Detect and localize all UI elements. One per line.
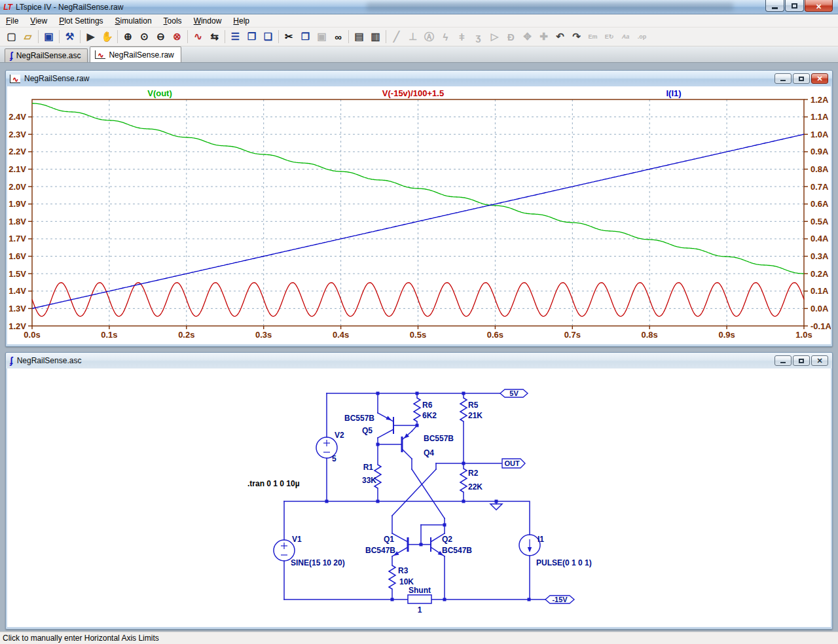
schematic-restore-button[interactable] <box>793 355 810 366</box>
control-panel-icon[interactable]: ⚒ <box>62 29 78 45</box>
run-simulation-icon[interactable]: ▶ <box>82 29 99 45</box>
new-schematic-icon[interactable]: ▢ <box>3 29 20 45</box>
spice-directive-text[interactable]: .tran 0 1 0 10µ <box>247 479 300 488</box>
waveform-close-button[interactable] <box>811 73 828 84</box>
schematic-canvas[interactable]: 5VOUT-15VV25BC557BQ5BC557BQ4R133KR66K2R5… <box>7 368 831 627</box>
component-label[interactable]: V1 <box>292 535 302 544</box>
toolbar: ▢▱▣⚒▶✋⊕⊙⊖⊗∿⇆☰❐❑✂❒▣∞▤▥╱⊥Ⓐϟǂʒ▷Ð✥✚↶↷EmE↻Aa.… <box>0 27 838 46</box>
waveform-window-titlebar[interactable]: ∿ NegRailSense.raw <box>6 71 832 86</box>
svg-text:0.4s: 0.4s <box>333 330 349 340</box>
waveform-restore-button[interactable] <box>793 73 810 84</box>
shunt-resistor-symbol[interactable] <box>408 595 431 603</box>
menu-help[interactable]: Help <box>227 15 255 27</box>
schematic-close-button[interactable] <box>811 355 828 366</box>
menu-file[interactable]: File <box>0 15 24 27</box>
titlebar: LT LTspice IV - NegRailSense.raw <box>0 0 838 14</box>
print-preview-icon[interactable]: ▥ <box>367 29 384 45</box>
toolbar-separator <box>59 30 60 43</box>
toolbar-separator <box>117 30 118 43</box>
component-label[interactable]: BC557B <box>344 414 374 423</box>
place-inductor-icon: ʒ <box>470 29 486 45</box>
trace-label[interactable]: V(-15v)/100+1.5 <box>382 88 444 98</box>
close-icon <box>816 74 822 83</box>
zoom-full-extents-icon[interactable]: ⊗ <box>169 29 185 45</box>
component-label[interactable]: SINE(15 10 20) <box>291 558 345 567</box>
waveform-plot-area[interactable]: 2.4V2.3V2.2V2.1V2.0V1.9V1.8V1.7V1.6V1.5V… <box>7 86 831 344</box>
component-label[interactable]: 22K <box>468 482 483 492</box>
schematic-minimize-button[interactable] <box>774 355 792 366</box>
waveform-plot[interactable]: 2.4V2.3V2.2V2.1V2.0V1.9V1.8V1.7V1.6V1.5V… <box>7 86 831 344</box>
component-label[interactable]: Q1 <box>384 535 394 544</box>
zoom-area-icon[interactable]: ⊙ <box>136 29 153 45</box>
minimize-button[interactable] <box>765 0 784 12</box>
component-label[interactable]: BC547B <box>365 546 395 555</box>
ltspice-app-window: LT LTspice IV - NegRailSense.raw FileVie… <box>0 0 838 644</box>
tile-horizontally-icon[interactable]: ☰ <box>227 29 244 45</box>
minimize-icon <box>780 80 786 81</box>
component-label[interactable]: R3 <box>398 566 409 575</box>
waveform-minimize-button[interactable] <box>774 73 792 84</box>
drag-icon: ✚ <box>536 29 552 45</box>
waveform-file-icon: ∿ <box>95 50 105 59</box>
cut-icon[interactable]: ✂ <box>281 29 297 45</box>
component-label[interactable]: BC557B <box>424 434 454 443</box>
tile-vertically-icon[interactable]: ❐ <box>244 29 260 45</box>
svg-text:1.2A: 1.2A <box>811 95 829 105</box>
svg-text:1.1A: 1.1A <box>811 112 829 122</box>
menu-plot-settings[interactable]: Plot Settings <box>53 15 109 27</box>
component-label[interactable]: 5 <box>332 454 337 463</box>
schematic-window: ʄ NegRailSense.asc 5VOUT-15VV25BC557BQ5B… <box>5 352 833 630</box>
plot-settings-icon[interactable]: ⇆ <box>206 29 223 45</box>
cascade-windows-icon[interactable]: ❑ <box>260 29 276 45</box>
place-diode-icon: ▷ <box>486 29 503 45</box>
component-label[interactable]: Shunt <box>409 586 431 595</box>
copy-icon[interactable]: ❒ <box>297 29 314 45</box>
tab-negrailsense.asc[interactable]: ʄNegRailSense.asc <box>5 48 88 62</box>
window-title: LTspice IV - NegRailSense.raw <box>16 3 124 12</box>
component-label[interactable]: Q2 <box>442 535 452 544</box>
undo-icon[interactable]: ↶ <box>552 29 568 45</box>
print-icon[interactable]: ▤ <box>351 29 367 45</box>
waveform-file-icon: ∿ <box>10 75 20 83</box>
component-label[interactable]: Q5 <box>362 426 373 435</box>
restore-button[interactable] <box>785 0 804 12</box>
component-label[interactable]: 6K2 <box>422 411 437 420</box>
svg-text:2.1V: 2.1V <box>9 164 26 174</box>
svg-text:0.7s: 0.7s <box>564 330 581 340</box>
component-label[interactable]: R2 <box>468 469 479 478</box>
component-label[interactable]: V2 <box>335 431 344 440</box>
component-label[interactable]: 21K <box>468 411 483 420</box>
tab-negrailsense.raw[interactable]: ∿NegRailSense.raw <box>90 46 181 62</box>
zoom-in-icon[interactable]: ⊕ <box>120 29 136 45</box>
component-label[interactable]: Q4 <box>424 448 434 457</box>
component-label[interactable]: R5 <box>468 401 479 410</box>
component-label[interactable]: I1 <box>537 535 544 544</box>
svg-text:1.9V: 1.9V <box>9 199 26 209</box>
close-button[interactable] <box>805 0 833 12</box>
zoom-out-icon[interactable]: ⊖ <box>153 29 169 45</box>
schematic-window-titlebar[interactable]: ʄ NegRailSense.asc <box>6 353 832 368</box>
schematic-canvas-area[interactable]: 5VOUT-15VV25BC557BQ5BC557BQ4R133KR66K2R5… <box>7 368 831 627</box>
trace-label[interactable]: I(I1) <box>666 88 681 98</box>
menu-simulation[interactable]: Simulation <box>109 15 158 27</box>
trace-label[interactable]: V(out) <box>147 88 172 98</box>
component-label[interactable]: R6 <box>422 401 433 410</box>
component-label[interactable]: BC547B <box>442 546 472 555</box>
component-label[interactable]: 33K <box>362 476 376 485</box>
component-label[interactable]: 10K <box>399 577 414 586</box>
find-icon[interactable]: ∞ <box>330 29 346 45</box>
component-label[interactable]: R1 <box>363 463 374 472</box>
tab-bar: ʄNegRailSense.asc∿NegRailSense.raw <box>0 46 838 63</box>
move-icon: ✥ <box>519 29 536 45</box>
save-icon[interactable]: ▣ <box>41 29 57 45</box>
minimize-icon <box>772 7 778 9</box>
component-label[interactable]: 1 <box>418 605 422 615</box>
menu-view[interactable]: View <box>24 15 53 27</box>
mdi-area: ∿ NegRailSense.raw 2.4V2.3V2.2V2.1V2.0V1… <box>0 63 838 632</box>
menu-tools[interactable]: Tools <box>158 15 188 27</box>
redo-icon[interactable]: ↷ <box>568 29 585 45</box>
menu-window[interactable]: Window <box>188 15 228 27</box>
open-file-icon[interactable]: ▱ <box>20 29 36 45</box>
autorange-y-axis-icon[interactable]: ∿ <box>190 29 206 45</box>
component-label[interactable]: PULSE(0 1 0 1) <box>536 558 592 567</box>
